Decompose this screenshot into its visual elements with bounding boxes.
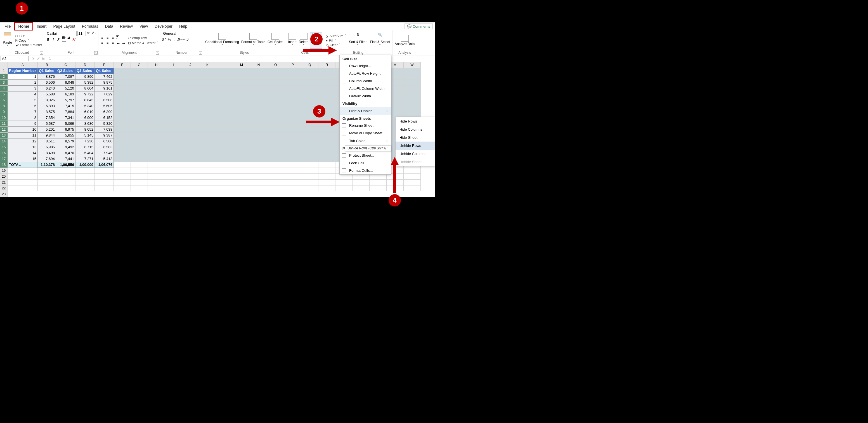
cell[interactable] — [250, 80, 267, 86]
tab-home[interactable]: Home — [14, 22, 34, 30]
cell[interactable] — [131, 68, 148, 74]
cell[interactable] — [318, 133, 336, 139]
cell[interactable] — [284, 150, 301, 156]
cell[interactable] — [199, 139, 216, 144]
cell-data[interactable]: 5,797 — [56, 97, 75, 103]
cell[interactable] — [216, 91, 233, 97]
sort-filter-button[interactable]: ⇅Sort & Filter ˅ — [348, 32, 367, 48]
cell[interactable] — [95, 174, 114, 179]
row-header-4[interactable]: 4 — [0, 86, 8, 91]
cell[interactable] — [165, 91, 182, 97]
cell-region[interactable]: 8 — [8, 115, 38, 121]
cell-data[interactable]: 8,026 — [38, 97, 56, 103]
cell[interactable] — [284, 186, 301, 191]
cell[interactable] — [216, 133, 233, 139]
cell[interactable] — [75, 179, 95, 186]
font-name-input[interactable] — [46, 31, 76, 36]
menu-move-copy[interactable]: Move or Copy Sheet... — [340, 129, 391, 137]
cell[interactable] — [370, 174, 386, 179]
header-cell[interactable]: Q1 Sales — [38, 68, 56, 74]
copy-button[interactable]: ⎘Copy ˅ — [16, 38, 42, 43]
cell[interactable] — [131, 109, 148, 115]
cell[interactable] — [233, 156, 250, 162]
cell[interactable] — [131, 174, 148, 179]
cell[interactable] — [182, 68, 199, 74]
cell[interactable] — [301, 80, 318, 86]
cell[interactable] — [216, 109, 233, 115]
submenu-hide-columns[interactable]: Hide Columns — [396, 125, 435, 134]
align-center-icon[interactable]: ≡ — [105, 41, 110, 46]
cell[interactable] — [131, 162, 148, 168]
cell[interactable] — [284, 121, 301, 127]
row-header-10[interactable]: 10 — [0, 115, 8, 121]
cell[interactable] — [182, 162, 199, 168]
cell-data[interactable]: 7,415 — [56, 103, 75, 109]
cell-data[interactable]: 6,240 — [38, 86, 56, 91]
cell[interactable] — [165, 144, 182, 150]
cell-data[interactable]: 6,506 — [95, 97, 114, 103]
cell[interactable] — [114, 133, 131, 139]
cell[interactable] — [199, 74, 216, 80]
number-dialog-launcher[interactable]: ↘ — [199, 51, 202, 55]
cell[interactable] — [370, 179, 386, 186]
cell[interactable] — [165, 74, 182, 80]
font-dialog-launcher[interactable]: ↘ — [94, 51, 98, 55]
cell[interactable] — [404, 179, 421, 186]
cell[interactable] — [114, 86, 131, 91]
cell[interactable] — [233, 150, 250, 156]
cell[interactable] — [250, 86, 267, 91]
cell[interactable] — [114, 144, 131, 150]
font-color-button[interactable]: A ˅ — [72, 37, 77, 42]
cell[interactable] — [131, 127, 148, 133]
tab-developer[interactable]: Developer — [151, 23, 176, 30]
cell[interactable] — [216, 127, 233, 133]
cell[interactable] — [95, 186, 114, 191]
autosum-button[interactable]: ∑AutoSum ˅ — [326, 34, 346, 38]
cell[interactable] — [250, 156, 267, 162]
cell[interactable] — [267, 186, 284, 191]
cell[interactable] — [148, 68, 165, 74]
cell[interactable] — [148, 97, 165, 103]
cell-region[interactable]: 15 — [8, 156, 38, 162]
font-size-input[interactable] — [78, 31, 86, 36]
cell[interactable] — [404, 186, 421, 191]
cell[interactable] — [233, 121, 250, 127]
cell[interactable] — [318, 168, 336, 174]
cell[interactable] — [233, 127, 250, 133]
cell[interactable] — [233, 115, 250, 121]
cell[interactable] — [165, 86, 182, 91]
cell[interactable] — [182, 133, 199, 139]
cell[interactable] — [131, 150, 148, 156]
cell-data[interactable]: 7,038 — [95, 127, 114, 133]
cell[interactable] — [114, 174, 131, 179]
cell[interactable] — [95, 168, 114, 174]
cell[interactable] — [404, 80, 421, 86]
cell[interactable] — [318, 162, 336, 168]
column-header-I[interactable]: I — [165, 62, 182, 68]
cell[interactable] — [284, 115, 301, 121]
cell[interactable] — [250, 144, 267, 150]
cell[interactable] — [267, 91, 284, 97]
cell-data[interactable]: 6,975 — [56, 127, 75, 133]
menu-rename-sheet[interactable]: Rename Sheet — [340, 122, 391, 129]
cell-data[interactable]: 6,500 — [95, 139, 114, 144]
column-header-W[interactable]: W — [404, 62, 421, 68]
cell[interactable] — [267, 179, 284, 186]
cell[interactable] — [267, 156, 284, 162]
header-cell[interactable]: Q4 Sales — [95, 68, 114, 74]
cell[interactable] — [38, 168, 56, 174]
cell[interactable] — [318, 144, 336, 150]
cell[interactable] — [250, 115, 267, 121]
cell[interactable] — [318, 68, 336, 74]
cell[interactable] — [131, 121, 148, 127]
cell[interactable] — [233, 103, 250, 109]
cell[interactable] — [216, 174, 233, 179]
cell-data[interactable]: 8,579 — [56, 139, 75, 144]
total-value[interactable]: 1,10,378 — [38, 162, 56, 168]
cell[interactable] — [250, 162, 267, 168]
align-middle-icon[interactable]: ≡ — [105, 35, 110, 40]
cell[interactable] — [199, 127, 216, 133]
cell-data[interactable]: 6,583 — [95, 144, 114, 150]
cell[interactable] — [199, 109, 216, 115]
column-header-R[interactable]: R — [318, 62, 336, 68]
